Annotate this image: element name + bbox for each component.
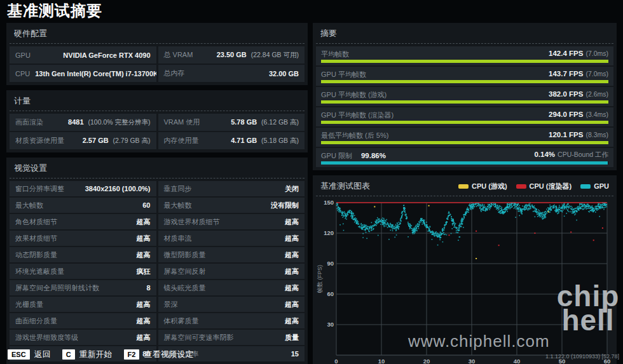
visual-setting-cell: 垂直同步关闭 (158, 181, 305, 196)
setting-row: CPU13th Gen Intel(R) Core(TM) i7-13700KF… (10, 65, 305, 82)
visual-setting-cell: 屏幕空间可变速率阴影质量 (158, 330, 305, 345)
summary-left: GPU 限制99.86% (321, 149, 386, 161)
keyhint-restart[interactable]: C 重新开始 (62, 349, 113, 360)
summary-row: 平均帧数142.4 FPS(7.0ms) (316, 46, 613, 65)
setting-value: 8 (146, 284, 150, 292)
metrics-rows: 画面渲染8481 (100.0% 完整分辨率)VRAM 使用5.78 GB (6… (10, 114, 305, 149)
setting-row: 窗口分辨率调整3840x2160 (100.0%)垂直同步关闭 (10, 181, 305, 196)
setting-value: 13th Gen Intel(R) Core(TM) i7-13700KF (35, 70, 156, 78)
summary-value: 142.4 FPS (549, 50, 583, 57)
summary-value-detail: (3.4ms) (585, 111, 608, 118)
summary-bar-track (321, 141, 608, 144)
visual-settings-panel: 视觉设置 窗口分辨率调整3840x2160 (100.0%)垂直同步关闭最大帧数… (6, 158, 308, 364)
setting-value: 60 (142, 201, 150, 209)
summary-label: 最低平均帧数 (后 5%) (321, 131, 388, 139)
metric-cell: VRAM 使用5.78 GB (6.12 GB 高) (158, 114, 305, 131)
setting-value: 超高 (285, 217, 299, 227)
summary-row: GPU 平均帧数 (渲染器)294.0 FPS(3.4ms) (316, 107, 613, 126)
summary-bar-fill (321, 80, 608, 83)
setting-value: 15 (291, 350, 299, 358)
visual-setting-cell: 屏幕空间反射超高 (158, 264, 305, 279)
setting-value: 超高 (137, 316, 151, 326)
summary-left: 平均帧数 (321, 48, 349, 59)
visual-setting-cell: 光栅质量超高 (10, 297, 156, 312)
setting-value: 超高 (137, 333, 151, 342)
summary-row: 最低平均帧数 (后 5%)120.1 FPS(8.3ms) (316, 128, 613, 147)
legend-item: GPU (580, 182, 609, 190)
setting-value: 超高 (137, 300, 151, 309)
visual-setting-cell: 游戏世界细致度等级超高 (10, 330, 156, 345)
setting-label: 环境光遮蔽质量 (15, 267, 64, 276)
setting-label: 屏幕空间反射 (164, 267, 206, 276)
setting-value: 超高 (137, 217, 151, 227)
setting-label: 曲面细分质量 (15, 316, 57, 326)
summary-row: GPU 平均帧数143.7 FPS(7.0ms) (316, 67, 613, 86)
summary-value: 120.1 FPS (549, 131, 583, 138)
setting-label: 画面渲染 (15, 118, 43, 127)
visual-setting-cell: 动态阴影质量超高 (10, 247, 156, 262)
setting-label: 体积雾质量 (164, 316, 199, 326)
visual-setting-cell: 最大帧数没有限制 (158, 198, 305, 213)
setting-value: 超高 (285, 300, 299, 309)
setting-value: 没有限制 (271, 201, 299, 210)
summary-value-detail: (2.6ms) (585, 90, 608, 98)
summary-value-detail: (7.0ms) (585, 50, 608, 57)
setting-label: 屏幕空间可变速率阴影 (164, 333, 234, 342)
keyhint-video-settings[interactable]: F2 查看视频设定 (124, 349, 194, 360)
setting-row: 角色材质细节超高游戏世界材质细节超高 (10, 214, 305, 229)
setting-row: 材质资源使用量2.57 GB (2.79 GB 高)内存使用量4.71 GB (… (10, 132, 305, 149)
summary-bar-track (321, 80, 608, 83)
setting-label: VRAM 使用 (164, 118, 200, 127)
setting-value: 23.50 GB (22.84 GB 可用) (217, 51, 299, 60)
setting-label: 游戏世界细致度等级 (15, 333, 78, 342)
setting-value: 32.00 GB (269, 70, 299, 78)
metric-cell: 内存使用量4.71 GB (5.18 GB 高) (158, 132, 305, 149)
hardware-panel-title: 硬件配置 (10, 25, 305, 44)
setting-value-detail: (100.0% 完整分辨率) (86, 118, 151, 126)
hardware-rows: GPUNVIDIA GeForce RTX 4090总 VRAM23.50 GB… (10, 46, 305, 82)
setting-value: 3840x2160 (100.0%) (85, 185, 151, 192)
setting-label: 光栅质量 (15, 300, 43, 309)
setting-label: CPU (15, 70, 30, 78)
summary-value-detail: (8.3ms) (585, 131, 608, 138)
benchmark-chart-header: 基准测试图表 CPU (游戏)CPU (渲染器)GPU (316, 178, 613, 196)
summary-right: 294.0 FPS(3.4ms) (549, 111, 608, 118)
visual-setting-cell: 游戏世界材质细节超高 (158, 214, 305, 229)
setting-label: 窗口分辨率调整 (15, 184, 64, 194)
summary-row: GPU 限制99.86%0.14%CPU-Bound 工作 (316, 148, 613, 167)
benchmark-chart-title: 基准测试图表 (320, 180, 370, 192)
setting-value-detail: (6.12 GB 高) (259, 118, 299, 126)
svg-text:30: 30 (469, 358, 476, 364)
setting-row: 曲面细分质量超高体积雾质量超高 (10, 313, 305, 328)
svg-text:60: 60 (327, 290, 334, 297)
chiphell-watermark-text: www.chiphell.com (408, 332, 550, 351)
setting-value: 超高 (285, 283, 299, 293)
setting-label: 材质串流 (164, 234, 192, 243)
summary-bar-track (321, 121, 608, 124)
summary-label-value: 99.86% (361, 152, 386, 159)
footer-keyhints: ESC 返回 C 重新开始 F2 查看视频设定 (8, 349, 193, 360)
visual-setting-cell: 体积雾质量超高 (158, 313, 305, 328)
setting-row: GPUNVIDIA GeForce RTX 4090总 VRAM23.50 GB… (10, 46, 305, 64)
svg-text:20: 20 (423, 358, 430, 364)
setting-label: 角色材质细节 (15, 217, 57, 227)
setting-value: 超高 (285, 316, 299, 326)
chiphell-logo: chip hell (554, 285, 622, 332)
setting-value: 关闭 (285, 184, 299, 194)
setting-value: 质量 (285, 333, 299, 342)
visual-setting-cell: 屏幕空间全局照明射线计数8 (10, 280, 156, 295)
summary-left: 最低平均帧数 (后 5%) (321, 129, 388, 140)
keyhint-back[interactable]: ESC 返回 (8, 349, 51, 360)
visual-setting-cell: 材质串流超高 (158, 231, 305, 246)
legend-label: CPU (渲染器) (530, 182, 572, 191)
setting-label: 游戏世界材质细节 (164, 217, 220, 227)
summary-label: 平均帧数 (321, 50, 349, 58)
summary-value: 382.0 FPS (549, 90, 583, 98)
metrics-panel-title: 计量 (10, 93, 305, 111)
summary-left: GPU 平均帧数 (渲染器) (321, 109, 394, 120)
summary-right: 0.14%CPU-Bound 工作 (534, 151, 608, 159)
summary-label: GPU 平均帧数 (游戏) (321, 91, 387, 98)
visual-setting-cell: 镜头眩光质量超高 (158, 280, 305, 295)
summary-rows: 平均帧数142.4 FPS(7.0ms)GPU 平均帧数143.7 FPS(7.… (316, 46, 613, 167)
setting-value: 2.57 GB (2.79 GB 高) (83, 137, 151, 145)
